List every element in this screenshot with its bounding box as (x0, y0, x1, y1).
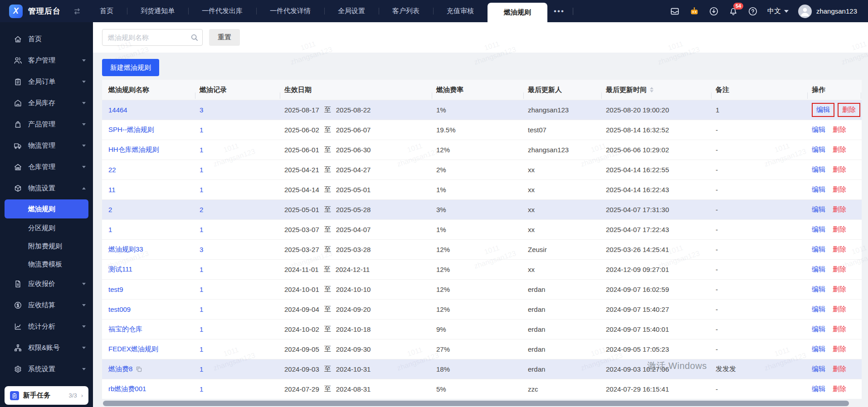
edit-button[interactable]: 编辑 (812, 365, 825, 373)
nav-tab[interactable]: 一件代发出库 (188, 0, 256, 22)
copy-icon[interactable] (136, 366, 142, 373)
sidebar-item-物流设置[interactable]: 物流设置 (0, 178, 93, 199)
fuel-records-link[interactable]: 1 (200, 266, 203, 273)
sidebar-item-全局库存[interactable]: 全局库存 (0, 92, 93, 114)
nav-tab[interactable]: 充值审核 (433, 0, 488, 22)
nav-tab[interactable]: 到货通知单 (127, 0, 188, 22)
rule-name-link[interactable]: FEDEX燃油规则 (108, 345, 158, 354)
rule-name-link[interactable]: 测试111 (108, 265, 132, 274)
delete-button[interactable]: 删除 (833, 305, 846, 314)
edit-button[interactable]: 编辑 (812, 325, 825, 334)
delete-button[interactable]: 删除 (833, 165, 846, 174)
fuel-records-link[interactable]: 1 (200, 126, 203, 134)
rule-name-link[interactable]: 1 (108, 226, 112, 233)
download-icon[interactable] (709, 6, 719, 16)
edit-button[interactable]: 编辑 (812, 165, 825, 174)
fuel-records-link[interactable]: 1 (200, 325, 203, 333)
robot-assistant-icon[interactable] (689, 6, 699, 16)
sidebar-item-仓库管理[interactable]: 仓库管理 (0, 156, 93, 178)
edit-button[interactable]: 编辑 (812, 225, 825, 234)
sidebar-subitem-分区规则[interactable]: 分区规则 (0, 219, 93, 237)
delete-button[interactable]: 删除 (833, 145, 846, 154)
rule-name-link[interactable]: SPH--燃油规则 (108, 126, 154, 134)
fuel-records-link[interactable]: 1 (200, 305, 203, 313)
delete-button[interactable]: 删除 (833, 345, 846, 354)
search-icon[interactable] (190, 33, 199, 42)
delete-button[interactable]: 删除 (833, 325, 846, 334)
fuel-records-link[interactable]: 1 (200, 226, 203, 233)
sidebar-item-应收结算[interactable]: 应收结算 (0, 295, 93, 316)
nav-tab[interactable]: 客户列表 (379, 0, 433, 22)
edit-button[interactable]: 编辑 (816, 106, 830, 114)
delete-button[interactable]: 删除 (833, 185, 846, 194)
rule-name-link[interactable]: 福宝的仓库 (108, 325, 142, 334)
delete-button[interactable]: 删除 (833, 245, 846, 254)
delete-button[interactable]: 删除 (833, 205, 846, 214)
fuel-records-link[interactable]: 1 (200, 385, 203, 393)
beginner-tasks-card[interactable]: 新手任务 3/3 › (5, 386, 88, 405)
rule-name-link[interactable]: rb燃油费001 (108, 385, 146, 393)
edit-button[interactable]: 编辑 (812, 185, 825, 194)
rule-name-link[interactable]: 燃油费8 (108, 365, 132, 373)
sidebar-item-全局订单[interactable]: 全局订单 (0, 71, 93, 92)
rule-name-link[interactable]: 2 (108, 206, 112, 213)
rule-name-link[interactable]: 22 (108, 166, 116, 174)
sidebar-item-系统设置[interactable]: 系统设置 (0, 359, 93, 380)
search-input[interactable] (102, 29, 203, 46)
sidebar-subitem-物流费模板[interactable]: 物流费模板 (0, 255, 93, 273)
edit-button[interactable]: 编辑 (812, 285, 825, 294)
sidebar-item-物流管理[interactable]: 物流管理 (0, 135, 93, 156)
delete-button[interactable]: 删除 (833, 265, 846, 274)
nav-tab-active[interactable]: 燃油规则 (488, 3, 547, 22)
edit-button[interactable]: 编辑 (812, 385, 825, 393)
rule-name-link[interactable]: HH仓库燃油规则 (108, 145, 159, 154)
inbox-mail-icon[interactable] (670, 6, 680, 16)
delete-button[interactable]: 删除 (833, 126, 846, 134)
rule-name-link[interactable]: 燃油规则33 (108, 245, 143, 254)
fuel-records-link[interactable]: 1 (200, 286, 203, 293)
sidebar-item-权限&账号[interactable]: 权限&账号 (0, 337, 93, 359)
delete-button[interactable]: 删除 (833, 285, 846, 294)
edit-button[interactable]: 编辑 (812, 345, 825, 354)
delete-button[interactable]: 删除 (833, 225, 846, 234)
sidebar-item-统计分析[interactable]: 统计分析 (0, 316, 93, 337)
sort-icon[interactable] (650, 87, 653, 92)
rule-name-link[interactable]: 14464 (108, 106, 127, 114)
notifications-bell-icon[interactable]: 54 (728, 6, 738, 16)
sidebar-subitem-附加费规则[interactable]: 附加费规则 (0, 237, 93, 255)
reset-button[interactable]: 重置 (209, 29, 240, 46)
sidebar-item-客户管理[interactable]: 客户管理 (0, 50, 93, 71)
edit-button[interactable]: 编辑 (812, 265, 825, 274)
create-fuel-rule-button[interactable]: 新建燃油规则 (102, 59, 159, 76)
edit-button[interactable]: 编辑 (812, 145, 825, 154)
rule-name-link[interactable]: 11 (108, 186, 116, 194)
language-selector[interactable]: 中文 (767, 7, 789, 15)
fuel-records-link[interactable]: 2 (200, 206, 203, 213)
fuel-records-link[interactable]: 1 (200, 365, 203, 373)
avatar[interactable] (798, 5, 812, 18)
edit-button[interactable]: 编辑 (812, 205, 825, 214)
nav-tab[interactable]: 全局设置 (324, 0, 379, 22)
sidebar-item-产品管理[interactable]: 产品管理 (0, 114, 93, 135)
fuel-records-link[interactable]: 1 (200, 186, 203, 194)
rule-name-link[interactable]: test9 (108, 286, 123, 293)
fuel-records-link[interactable]: 3 (200, 106, 203, 114)
username[interactable]: zhangsan123 (816, 7, 857, 15)
column-header-最后更新时间[interactable]: 最后更新时间 (601, 86, 711, 94)
edit-button[interactable]: 编辑 (812, 126, 825, 134)
fuel-records-link[interactable]: 1 (200, 166, 203, 174)
nav-tab[interactable]: 一件代发详情 (256, 0, 324, 22)
fuel-records-link[interactable]: 1 (200, 146, 203, 154)
nav-tab[interactable]: 首页 (86, 0, 127, 22)
fuel-records-link[interactable]: 1 (200, 345, 203, 353)
more-tabs-button[interactable]: ••• (547, 7, 571, 16)
sidebar-subitem-燃油规则[interactable]: 燃油规则 (5, 199, 88, 218)
delete-button[interactable]: 删除 (833, 385, 846, 393)
sidebar-item-应收报价[interactable]: 应收报价 (0, 273, 93, 295)
edit-button[interactable]: 编辑 (812, 305, 825, 314)
fuel-records-link[interactable]: 3 (200, 246, 203, 253)
sidebar-item-首页[interactable]: 首页 (0, 29, 93, 50)
delete-button[interactable]: 删除 (833, 365, 846, 373)
horizontal-scrollbar-thumb[interactable] (103, 401, 849, 406)
collapse-swap-icon[interactable] (73, 7, 82, 16)
